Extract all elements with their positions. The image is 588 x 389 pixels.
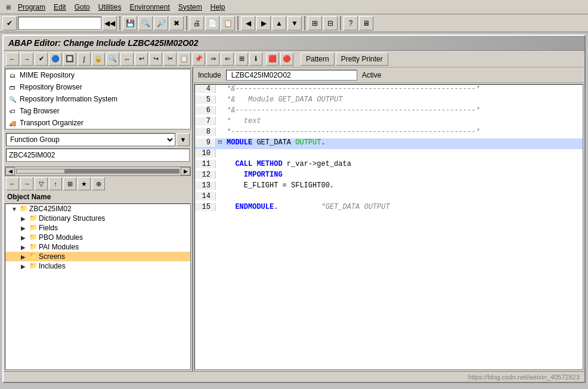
scroll-left-btn[interactable]: ◀ [5, 167, 15, 175]
menu-system[interactable]: System [175, 2, 206, 13]
scroll-right-btn[interactable]: ▶ [181, 167, 190, 175]
sidebar-item-tag-browser[interactable]: 🏷 Tag Browser [5, 105, 190, 117]
app-icon: 🖥 [2, 2, 13, 12]
layout-btn[interactable]: ⊞ [308, 16, 322, 30]
scroll-track [16, 169, 180, 174]
tree-item-dict[interactable]: ▶ 📁 Dictionary Structures [5, 214, 190, 223]
info-btn[interactable]: ℹ [249, 53, 262, 66]
check2-btn[interactable]: ✔ [35, 53, 48, 66]
save-btn[interactable]: 💾 [123, 16, 137, 30]
cancel-btn[interactable]: ✖ [169, 16, 184, 30]
fwd-action-btn[interactable]: → [20, 177, 33, 190]
find-btn[interactable]: 🔍 [138, 16, 153, 30]
tree-item-screens[interactable]: ▶ 📁 Screens [5, 252, 190, 261]
code-line-4: 4 *&------------------------------------… [195, 85, 583, 95]
command-field[interactable] [18, 17, 101, 30]
pai-expander[interactable]: ▶ [21, 244, 28, 251]
copy-btn[interactable]: 📋 [178, 53, 191, 66]
root-folder-icon: 📁 [20, 205, 28, 213]
nav-left-btn[interactable]: ◀ [241, 16, 255, 30]
active-badge: Active [362, 71, 382, 79]
code-editor[interactable]: 4 *&------------------------------------… [194, 84, 583, 370]
sort-btn[interactable]: ↑ [49, 177, 62, 190]
sep1 [119, 16, 120, 30]
pbo-label: PBO Modules [39, 233, 83, 242]
include-value: LZBC425IM02O02 [226, 70, 357, 81]
tree-item-includes[interactable]: ▶ 📁 Includes [5, 261, 190, 271]
function-group-input[interactable] [6, 149, 190, 162]
nav-scrollbar[interactable]: ◀ ▶ [5, 166, 191, 176]
undo-btn[interactable]: ↩ [135, 53, 148, 66]
pretty-printer-button[interactable]: Pretty Printer [336, 53, 388, 66]
action-row: ← → ▽ ↑ ⊞ ★ ⊕ [4, 176, 192, 192]
pattern-button[interactable]: Pattern [301, 53, 335, 66]
filter-btn[interactable]: ▽ [35, 177, 48, 190]
star-btn[interactable]: ★ [78, 177, 91, 190]
redo-btn[interactable]: ↪ [149, 53, 162, 66]
back-btn[interactable]: ◀◀ [103, 16, 117, 30]
menu-program[interactable]: Program [14, 2, 49, 13]
fg-dropdown-arrow[interactable]: ▼ [177, 133, 190, 146]
root-label: ZBC425IM02 [29, 205, 72, 213]
fields-expander[interactable]: ▶ [21, 225, 28, 231]
screens-expander[interactable]: ▶ [21, 254, 28, 260]
print-btn[interactable]: 🖨 [190, 16, 204, 30]
nav-fwd-btn[interactable]: → [20, 53, 33, 66]
sidebar-item-repo-info[interactable]: 🔍 Repository Information System [5, 93, 190, 105]
paste-btn[interactable]: 📌 [192, 53, 205, 66]
tree-root-item[interactable]: ▼ 📁 ZBC425IM02 [5, 204, 190, 214]
tree-item-pai[interactable]: ▶ 📁 PAI Modules [5, 242, 190, 252]
includes-icon: 📁 [29, 262, 38, 270]
check-icon[interactable]: ✔ [2, 16, 17, 30]
content-area: 🗂 MIME Repository 🗃 Repository Browser 🔍… [4, 67, 584, 371]
nav-down-btn[interactable]: ▼ [287, 16, 302, 30]
sep2 [186, 16, 187, 30]
repo-browser-icon: 🗃 [8, 82, 17, 92]
block-btn[interactable]: ⊞ [235, 53, 248, 66]
activate-btn[interactable]: 🔵 [49, 53, 62, 66]
toggle2-btn[interactable]: 🔴 [280, 53, 293, 66]
sep3 [237, 16, 239, 30]
menu-edit[interactable]: Edit [50, 2, 70, 13]
tree-item-pbo[interactable]: ▶ 📁 PBO Modules [5, 233, 190, 242]
replace-btn[interactable]: ↔ [120, 53, 134, 66]
window-title: ABAP Editor: Change Include LZBC425IM02O… [4, 36, 584, 51]
monitor-btn[interactable]: 🖥 [359, 16, 373, 30]
where-used-btn[interactable]: 🔲 [63, 53, 76, 66]
menu-goto[interactable]: Goto [71, 2, 94, 13]
menu-environment[interactable]: Environment [126, 2, 173, 13]
search-btn[interactable]: 🔍 [106, 53, 119, 66]
sidebar-item-mime-repo[interactable]: 🗂 MIME Repository [5, 69, 190, 81]
editor-toolbar: ← → ✔ 🔵 🔲 ∫ 🔒 🔍 ↔ ↩ ↪ ✂ 📋 📌 ⇒ ⇐ ⊞ ℹ 🟥 🔴 … [4, 51, 584, 67]
dict-expander[interactable]: ▶ [21, 215, 28, 222]
func-btn[interactable]: ∫ [78, 53, 91, 66]
toggle1-btn[interactable]: 🟥 [266, 53, 279, 66]
root-expander[interactable]: ▼ [11, 206, 18, 212]
cut-btn[interactable]: ✂ [163, 53, 177, 66]
help-btn[interactable]: ? [343, 16, 358, 30]
pbo-icon: 📁 [29, 233, 38, 242]
sidebar-item-transport[interactable]: 🚚 Transport Organizer [5, 117, 190, 129]
pbo-expander[interactable]: ▶ [21, 234, 28, 241]
page1-btn[interactable]: 📄 [205, 16, 219, 30]
tree-item-fields[interactable]: ▶ 📁 Fields [5, 223, 190, 233]
menu-utilities[interactable]: Utilities [95, 2, 125, 13]
tree-btn[interactable]: ⊞ [63, 177, 76, 190]
more-btn[interactable]: ⊕ [92, 177, 105, 190]
indent-btn[interactable]: ⇒ [206, 53, 219, 66]
page2-btn[interactable]: 📋 [221, 16, 235, 30]
code-line-13: 13 E_FLIGHT = SFLIGHT00. [195, 181, 583, 192]
includes-expander[interactable]: ▶ [21, 263, 28, 270]
layout2-btn[interactable]: ⊟ [323, 16, 338, 30]
lock-btn[interactable]: 🔒 [92, 53, 105, 66]
find2-btn[interactable]: 🔎 [154, 16, 168, 30]
nav-right-btn[interactable]: ▶ [256, 16, 271, 30]
function-group-select[interactable]: Function Group [6, 133, 175, 146]
indent2-btn[interactable]: ⇐ [221, 53, 234, 66]
back-action-btn[interactable]: ← [6, 177, 19, 190]
object-tree[interactable]: ▼ 📁 ZBC425IM02 ▶ 📁 Dictionary Structures… [5, 203, 191, 370]
nav-back-btn[interactable]: ← [6, 53, 19, 66]
menu-help[interactable]: Help [207, 2, 229, 13]
nav-up-btn[interactable]: ▲ [272, 16, 286, 30]
sidebar-item-repo-browser[interactable]: 🗃 Repository Browser [5, 81, 190, 93]
